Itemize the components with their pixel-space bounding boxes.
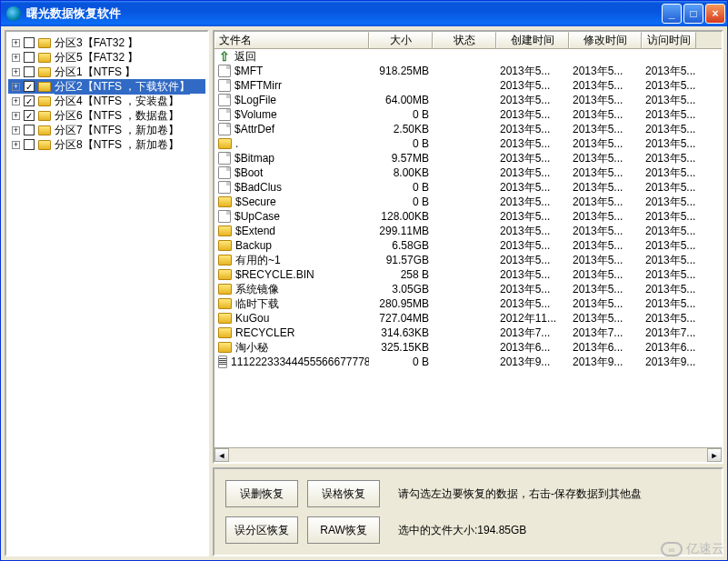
file-row[interactable]: $Extend299.11MB2013年5...2013年5...2013年5.… <box>214 224 722 238</box>
file-row[interactable]: Backup6.58GB2013年5...2013年5...2013年5... <box>214 238 722 253</box>
recover-format-button[interactable]: 误格恢复 <box>307 480 380 507</box>
recover-deleted-button[interactable]: 误删恢复 <box>225 480 298 507</box>
file-icon <box>218 108 231 121</box>
tree-item[interactable]: +分区8【NTFS ，新加卷】 <box>8 137 205 152</box>
expand-icon[interactable]: + <box>12 126 20 135</box>
tree-item[interactable]: +✓分区2【NTFS ，下载软件】 <box>8 79 205 94</box>
file-size: 918.25MB <box>369 65 433 77</box>
go-up-row[interactable]: ⇧返回 <box>214 49 722 64</box>
maximize-button[interactable]: □ <box>683 4 703 24</box>
file-row[interactable]: 淘小秘325.15KB2013年6...2013年6...2013年6... <box>214 340 722 355</box>
file-mtime: 2013年5... <box>569 282 642 297</box>
file-list[interactable]: 文件名 大小 状态 创建时间 修改时间 访问时间 ⇧返回$MFT918.25MB… <box>213 30 723 464</box>
title-bar[interactable]: 曙光数据恢复软件 _ □ × <box>1 1 727 26</box>
tree-item[interactable]: +分区3【FAT32 】 <box>8 35 205 50</box>
checkbox[interactable]: ✓ <box>24 95 35 106</box>
file-size: 0 B <box>369 108 433 121</box>
file-ctime: 2013年5... <box>496 165 569 181</box>
file-row[interactable]: $Secure0 B2013年5...2013年5...2013年5... <box>214 195 722 209</box>
tree-item[interactable]: +✓分区4【NTFS ，安装盘】 <box>8 94 205 108</box>
tree-item[interactable]: +✓分区6【NTFS ，数据盘】 <box>8 108 205 123</box>
expand-icon[interactable]: + <box>12 68 20 76</box>
col-size[interactable]: 大小 <box>369 32 433 48</box>
tree-item[interactable]: +分区7【NTFS ，新加卷】 <box>8 123 205 137</box>
file-size: 6.58GB <box>369 239 433 252</box>
file-ctime: 2013年9... <box>496 355 569 370</box>
file-row[interactable]: $BadClus0 B2013年5...2013年5...2013年5... <box>214 180 722 195</box>
file-size: 8.00KB <box>369 166 433 179</box>
file-row[interactable]: 有用的~191.57GB2013年5...2013年5...2013年5... <box>214 253 722 267</box>
file-name: $Extend <box>235 225 275 237</box>
scroll-left-icon[interactable]: ◄ <box>214 448 229 462</box>
file-row[interactable]: 111222333444555666777788...0 B2013年9...2… <box>214 355 722 369</box>
folder-icon <box>218 327 232 338</box>
up-arrow-icon: ⇧ <box>218 50 231 63</box>
file-ctime: 2013年5... <box>496 151 569 166</box>
scroll-track[interactable] <box>229 448 707 462</box>
file-icon <box>218 65 231 77</box>
file-atime: 2013年5... <box>642 253 705 268</box>
file-ctime: 2013年5... <box>496 64 569 79</box>
checkbox[interactable] <box>24 66 35 77</box>
checkbox[interactable] <box>24 37 35 48</box>
file-row[interactable]: $MFT918.25MB2013年5...2013年5...2013年5... <box>214 64 722 78</box>
folder-icon <box>218 255 232 265</box>
tree-item[interactable]: +分区5【FAT32 】 <box>8 50 205 65</box>
tree-item[interactable]: +分区1【NTFS 】 <box>8 65 205 79</box>
expand-icon[interactable]: + <box>12 97 20 105</box>
file-row[interactable]: $MFTMirr2013年5...2013年5...2013年5... <box>214 78 722 93</box>
list-header[interactable]: 文件名 大小 状态 创建时间 修改时间 访问时间 <box>214 32 722 49</box>
file-row[interactable]: $UpCase128.00KB2013年5...2013年5...2013年5.… <box>214 209 722 224</box>
col-name[interactable]: 文件名 <box>214 32 369 48</box>
checkbox[interactable] <box>24 139 35 150</box>
checkbox[interactable]: ✓ <box>24 81 35 92</box>
file-row[interactable]: KuGou727.04MB2012年11...2013年5...2013年5..… <box>214 311 722 326</box>
file-size: 0 B <box>369 356 433 368</box>
file-name: $Secure <box>235 195 276 208</box>
file-name: $MFT <box>234 65 263 77</box>
app-icon <box>6 6 21 21</box>
expand-icon[interactable]: + <box>12 54 20 62</box>
file-row[interactable]: $RECYCLE.BIN258 B2013年5...2013年5...2013年… <box>214 267 722 282</box>
expand-icon[interactable]: + <box>12 141 20 149</box>
checkbox[interactable] <box>24 52 35 63</box>
expand-icon[interactable]: + <box>12 39 20 47</box>
checkbox[interactable]: ✓ <box>24 110 35 121</box>
close-button[interactable]: × <box>705 4 725 24</box>
file-row[interactable]: $Volume0 B2013年5...2013年5...2013年5... <box>214 107 722 122</box>
scroll-right-icon[interactable]: ► <box>707 448 722 462</box>
folder-icon <box>218 313 232 324</box>
col-status[interactable]: 状态 <box>433 32 496 48</box>
file-mtime: 2013年5... <box>569 180 642 195</box>
file-row[interactable]: 系统镜像3.05GB2013年5...2013年5...2013年5... <box>214 282 722 296</box>
file-row[interactable]: 临时下载280.95MB2013年5...2013年5...2013年5... <box>214 296 722 311</box>
file-atime: 2013年5... <box>642 64 705 79</box>
file-ctime: 2013年5... <box>496 267 569 283</box>
col-atime[interactable]: 访问时间 <box>642 32 696 48</box>
expand-icon[interactable]: + <box>12 83 20 91</box>
file-ctime: 2013年7... <box>496 326 569 341</box>
file-icon <box>218 152 231 165</box>
col-mtime[interactable]: 修改时间 <box>569 32 642 48</box>
file-row[interactable]: .0 B2013年5...2013年5...2013年5... <box>214 136 722 151</box>
file-row[interactable]: $AttrDef2.50KB2013年5...2013年5...2013年5..… <box>214 122 722 136</box>
horizontal-scrollbar[interactable]: ◄ ► <box>214 447 722 462</box>
recover-raw-button[interactable]: RAW恢复 <box>307 516 380 544</box>
col-ctime[interactable]: 创建时间 <box>496 32 569 48</box>
file-icon <box>218 79 231 92</box>
recover-partition-button[interactable]: 误分区恢复 <box>225 516 298 544</box>
file-row[interactable]: $Bitmap9.57MB2013年5...2013年5...2013年5... <box>214 151 722 165</box>
list-body[interactable]: ⇧返回$MFT918.25MB2013年5...2013年5...2013年5.… <box>214 49 722 447</box>
hint-text-2: 选中的文件大小:194.85GB <box>389 523 711 538</box>
folder-icon <box>218 225 232 236</box>
file-mtime: 2013年5... <box>569 224 642 239</box>
file-atime: 2013年5... <box>642 78 705 94</box>
file-mtime: 2013年5... <box>569 165 642 181</box>
file-row[interactable]: $LogFile64.00MB2013年5...2013年5...2013年5.… <box>214 93 722 107</box>
checkbox[interactable] <box>24 125 35 135</box>
file-row[interactable]: RECYCLER314.63KB2013年7...2013年7...2013年7… <box>214 326 722 340</box>
minimize-button[interactable]: _ <box>662 4 682 24</box>
partition-tree[interactable]: +分区3【FAT32 】+分区5【FAT32 】+分区1【NTFS 】+✓分区2… <box>5 30 209 556</box>
expand-icon[interactable]: + <box>12 112 20 120</box>
file-row[interactable]: $Boot8.00KB2013年5...2013年5...2013年5... <box>214 165 722 180</box>
